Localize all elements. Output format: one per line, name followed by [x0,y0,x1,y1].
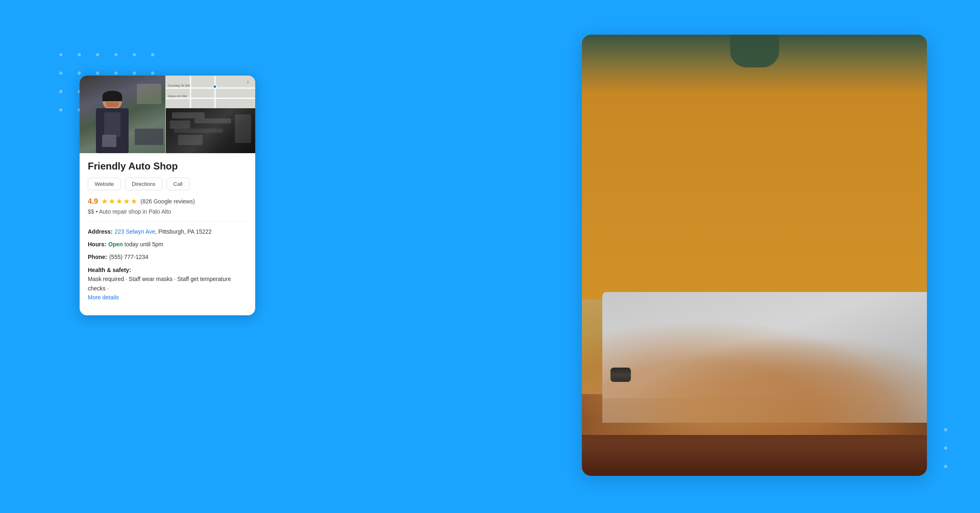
review-count: (826 Google reviews) [140,198,195,205]
business-panel: Crumley St SW Glenn St SW ↓ Friendly Aut… [80,76,255,315]
mechanic-body [96,108,129,153]
panel-images: Crumley St SW Glenn St SW ↓ [80,76,255,153]
dot [114,53,118,56]
dot [78,53,81,56]
dot [944,465,947,468]
address-rest: , Pittsburgh, PA 15222 [155,228,212,235]
hours-status: Open [108,241,123,248]
directions-button[interactable]: Directions [125,178,163,190]
map-street-label-1: Crumley St SW [168,84,190,87]
dot [114,71,118,75]
mechanic-photo [80,76,165,153]
address-value: 223 Selwyn Ave, Pittsburgh, PA 15222 [115,228,212,236]
map-location-marker [213,85,217,89]
hours-row: Hours: Open today until 5pm [88,240,247,249]
map-thumbnail: Crumley St SW Glenn St SW ↓ [165,76,255,108]
photo-card-inner [582,35,927,476]
dot [59,53,62,56]
dot [944,428,947,431]
dot [133,53,136,56]
star-3: ★ [116,197,122,206]
business-name: Friendly Auto Shop [88,161,247,172]
address-link[interactable]: 223 Selwyn Ave [115,228,155,235]
map-street-label-2: Glenn St SW [168,94,187,98]
rating-score: 4.9 [88,197,98,206]
phone-row: Phone: (555) 777-1234 [88,253,247,261]
hours-label: Hours: [88,240,106,249]
mechanic-head [102,91,122,110]
person-image [582,35,927,299]
hours-value: Open today until 5pm [108,240,163,249]
engine-photo [165,108,255,153]
health-safety-row: Health & safety: Mask required · Staff w… [88,265,247,302]
dot [151,53,154,56]
star-5: ★ [131,197,137,206]
dot [133,71,136,75]
action-buttons: Website Directions Call [88,178,247,190]
dot [944,446,947,450]
dot [96,71,99,75]
info-section: Address: 223 Selwyn Ave, Pittsburgh, PA … [88,221,247,302]
hours-text: today until 5pm [123,241,163,248]
website-button[interactable]: Website [88,178,121,190]
call-button[interactable]: Call [167,178,189,190]
mechanic-figure [88,88,137,153]
phone-number: (555) 777-1234 [109,253,148,261]
panel-content: Friendly Auto Shop Website Directions Ca… [80,153,255,315]
photo-card [582,35,927,476]
laptop-area [582,272,927,476]
star-1: ★ [101,197,108,206]
health-safety-link[interactable]: More details [88,293,119,302]
dot [59,71,62,75]
hands [582,312,927,435]
dot [96,53,99,56]
dot [59,108,62,112]
mechanic-hair [102,91,122,101]
address-label: Address: [88,228,113,236]
map-arrow: ↓ [247,79,249,85]
star-2: ★ [109,197,115,206]
health-safety-label: Health & safety: [88,265,131,274]
price-category: $$ • Auto repair shop in Palo Alto [88,208,247,215]
dot [78,71,81,75]
address-row: Address: 223 Selwyn Ave, Pittsburgh, PA … [88,228,247,236]
bracelet [610,368,631,382]
panel-right-images: Crumley St SW Glenn St SW ↓ [165,76,255,153]
rating-row: 4.9 ★ ★ ★ ★ ★ (826 Google reviews) [88,197,247,206]
star-4: ★ [123,197,130,206]
star-rating: ★ ★ ★ ★ ★ [101,197,137,206]
phone-label: Phone: [88,253,107,261]
dot [151,71,154,75]
dot [59,90,62,93]
health-safety-text: Mask required · Staff wear masks · Staff… [88,274,247,293]
